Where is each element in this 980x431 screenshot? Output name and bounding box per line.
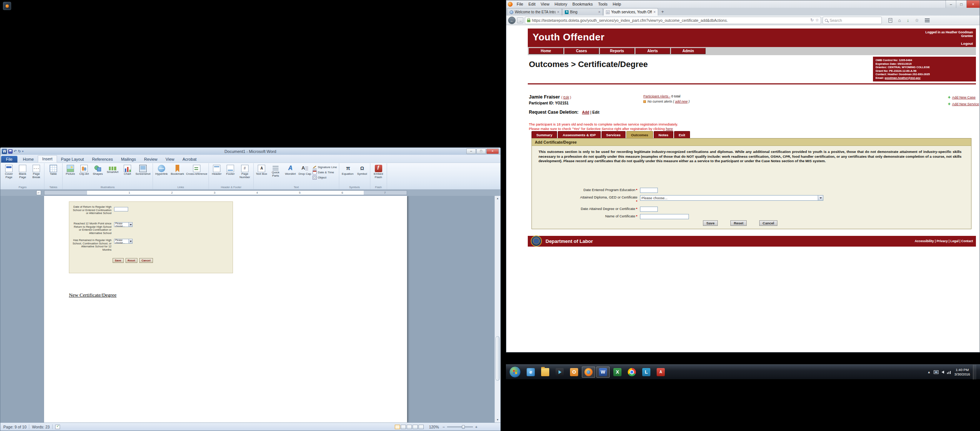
spell-check-icon[interactable] — [55, 425, 60, 429]
bookmarks-star-menu-icon[interactable]: ☆ — [915, 18, 919, 23]
save-icon[interactable] — [8, 149, 13, 154]
save-button[interactable]: Save — [703, 220, 718, 226]
menu-file[interactable]: File — [514, 2, 526, 6]
attained-diploma-select[interactable]: Please choose... — [640, 195, 823, 201]
home-icon[interactable]: ⌂ — [898, 18, 901, 23]
zoom-level[interactable]: 120% — [429, 425, 439, 429]
tab-view[interactable]: View — [161, 156, 178, 162]
footer-button[interactable]: Footer — [224, 164, 237, 185]
reached-12-month-select[interactable]: Please choose... — [114, 222, 133, 227]
page-indicator[interactable]: Page: 9 of 10 — [3, 425, 26, 429]
blank-page-button[interactable]: Blank Page — [16, 164, 29, 185]
drop-cap-button[interactable]: Drop Cap — [298, 164, 312, 185]
wordart-button[interactable]: WordArt — [283, 164, 298, 185]
zoom-slider-thumb[interactable] — [462, 425, 465, 429]
horizontal-ruler[interactable]: 1 2 3 4 5 6 7 — [44, 190, 407, 195]
tab-exit[interactable]: Exit — [674, 131, 690, 138]
taskbar-explorer-folder-icon[interactable] — [539, 367, 552, 378]
tab-outcomes[interactable]: Outcomes — [626, 131, 653, 138]
zoom-out-icon[interactable]: − — [442, 425, 445, 429]
date-of-return-input[interactable] — [114, 207, 128, 212]
bookmark-button[interactable]: Bookmark — [169, 164, 186, 185]
tab-close-icon[interactable]: × — [557, 10, 559, 14]
shapes-button[interactable]: Shapes — [91, 164, 105, 185]
view-draft-icon[interactable] — [418, 425, 424, 429]
taskbar-clock[interactable]: 1:40 PM 3/30/2016 — [955, 368, 970, 376]
minimize-button[interactable]: – — [945, 0, 956, 8]
url-bar[interactable]: https://testetareports.doleta.gov/youth_… — [525, 17, 821, 24]
forward-button[interactable]: → — [517, 17, 523, 23]
text-box-button[interactable]: Text Box — [255, 164, 268, 185]
tab-insert[interactable]: Insert — [38, 155, 57, 162]
add-new-service-link[interactable]: Add New Service — [952, 102, 979, 106]
browser-tab-bing[interactable]: Bing × — [562, 8, 603, 16]
menu-icon[interactable] — [925, 19, 930, 22]
word-count[interactable]: Words: 23 — [32, 425, 49, 429]
add-new-case-link[interactable]: Add New Case — [952, 95, 975, 99]
tab-mailings[interactable]: Mailings — [117, 156, 140, 162]
smartart-button[interactable]: SmartArt — [105, 164, 120, 185]
has-remained-select[interactable]: Please choose... — [114, 239, 133, 243]
downloads-icon[interactable]: ↓ — [907, 18, 909, 23]
add-new-alert-link[interactable]: add new — [675, 100, 688, 103]
view-full-screen-icon[interactable] — [401, 425, 406, 429]
taskbar-chrome-icon[interactable] — [625, 367, 638, 378]
reload-icon[interactable]: ↻ — [810, 18, 814, 22]
taskbar-excel-icon[interactable]: X — [611, 367, 624, 378]
screenshot-button[interactable]: Screenshot — [134, 164, 151, 185]
page-number-button[interactable]: Page Number — [237, 164, 252, 185]
name-of-certificate-input[interactable] — [640, 214, 689, 219]
zoom-slider[interactable] — [447, 426, 473, 427]
taskbar-media-player-icon[interactable] — [553, 367, 566, 378]
tab-selector[interactable]: ⌐ — [36, 190, 41, 195]
undo-icon[interactable]: ↶ — [14, 149, 17, 154]
tab-page-layout[interactable]: Page Layout — [57, 156, 88, 162]
new-tab-button[interactable]: + — [659, 9, 667, 16]
scroll-down-icon[interactable]: ▼ — [495, 417, 500, 423]
quick-parts-button[interactable]: Quick Parts — [269, 164, 283, 185]
view-print-layout-icon[interactable] — [395, 425, 400, 429]
back-button[interactable]: ← — [508, 17, 515, 24]
tray-network-icon[interactable] — [947, 370, 951, 374]
nav-alerts-button[interactable]: Alerts — [635, 48, 670, 54]
taskbar-pdf-icon[interactable]: A — [654, 367, 667, 378]
page-break-button[interactable]: Page Break — [30, 164, 43, 185]
close-button[interactable]: × — [486, 148, 499, 154]
nav-admin-button[interactable]: Admin — [671, 48, 706, 54]
menu-view[interactable]: View — [538, 2, 552, 6]
qat-dropdown-icon[interactable]: ▾ — [22, 150, 24, 153]
object-button[interactable]: Object — [313, 175, 337, 180]
view-outline-icon[interactable] — [413, 425, 418, 429]
reset-button[interactable]: Reset — [730, 220, 747, 226]
contact-email-link[interactable]: goodman.heather@dol.gov — [885, 76, 921, 80]
start-button[interactable] — [509, 366, 521, 378]
browser-tab-youth-offender[interactable]: Youth services, Youth Offender × — [603, 8, 658, 16]
firefox-app-icon[interactable] — [508, 2, 512, 7]
doc-save-button[interactable]: Save — [113, 258, 124, 263]
tab-acrobat[interactable]: Acrobat — [178, 156, 201, 162]
taskbar-firefox-icon[interactable] — [582, 367, 595, 378]
doc-reset-button[interactable]: Reset — [126, 258, 137, 263]
menu-edit[interactable]: Edit — [526, 2, 538, 6]
nav-reports-button[interactable]: Reports — [600, 48, 635, 54]
date-attained-degree-input[interactable] — [640, 207, 658, 212]
signature-line-button[interactable]: Signature Line — [313, 165, 337, 169]
hyperlink-button[interactable]: Hyperlink — [154, 164, 169, 185]
tray-display-icon[interactable] — [934, 370, 939, 374]
clip-art-button[interactable]: Clip Art — [77, 164, 91, 185]
cover-page-button[interactable]: Cover Page — [2, 164, 16, 185]
cancel-button[interactable]: Cancel — [759, 220, 777, 226]
tab-file[interactable]: File — [1, 156, 18, 162]
menu-help[interactable]: Help — [610, 2, 624, 6]
taskbar-lync-icon[interactable]: L — [640, 367, 653, 378]
word-document-page[interactable]: Date of Return to Regular High School or… — [44, 196, 407, 423]
view-web-layout-icon[interactable] — [407, 425, 412, 429]
nav-cases-button[interactable]: Cases — [564, 48, 599, 54]
bookmark-star-icon[interactable]: ☆ — [815, 18, 819, 22]
bookmarks-sidebar-icon[interactable] — [889, 18, 892, 22]
footer-links[interactable]: Accessibility | Privacy | Legal | Contac… — [915, 236, 973, 247]
search-box[interactable]: Search — [822, 17, 882, 24]
scroll-up-icon[interactable]: ▲ — [495, 196, 500, 201]
tab-summary[interactable]: Summary — [531, 131, 557, 138]
logout-link[interactable]: Logout — [961, 41, 973, 46]
